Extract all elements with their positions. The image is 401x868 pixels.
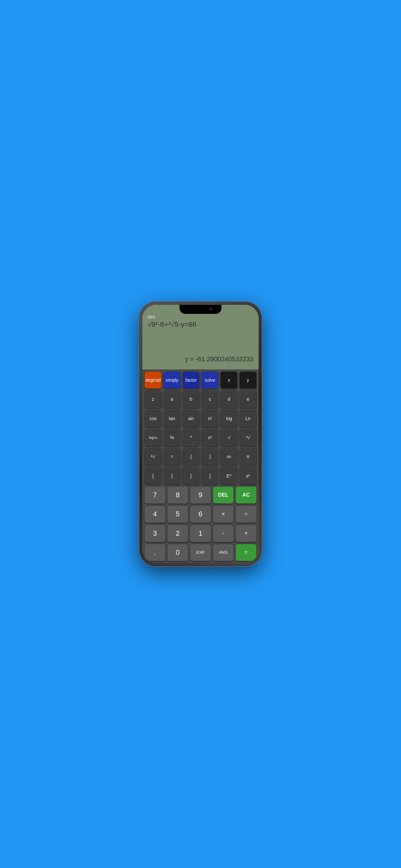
sqrt-button[interactable]: √ [220,429,238,446]
notch [180,305,221,314]
key-row-1: deg/rad simply factor solve x y [144,371,257,389]
factorial-button[interactable]: n! [201,410,219,427]
divide-button[interactable]: ÷ [235,505,257,523]
log-button[interactable]: log [220,410,238,427]
del-button[interactable]: DEL [213,486,234,504]
two-button[interactable]: 2 [167,524,189,542]
three-button[interactable]: 3 [144,524,166,542]
tan-button[interactable]: tan [163,410,181,427]
phone-device: DEG √9²-6+³√5-y=66 y = -61.2900240533233… [139,302,262,566]
minus-button[interactable]: - [213,524,234,542]
cos-button[interactable]: cos [144,410,162,427]
x-squared-button[interactable]: x² [201,429,219,446]
key-row-2: z a b c d e [144,391,257,408]
ans-button[interactable]: ANS [213,544,234,561]
dot-button[interactable]: . [144,544,166,561]
c-button[interactable]: c [201,391,219,408]
zero-button[interactable]: 0 [167,544,189,561]
key-row-6: { } [ ] E^ x³ [144,467,257,485]
equals-sym-button[interactable]: = [163,448,181,465]
key-row-4: lognx % ^ x² √ ³√ [144,429,257,446]
result-display: y = -61.2900240533233 [148,355,253,364]
camera [209,307,212,311]
key-row-3: cos tan sin n! log Ln [144,410,257,427]
exp-button[interactable]: EXP [190,544,211,561]
equals-button[interactable]: = [235,544,257,561]
phone-screen: DEG √9²-6+³√5-y=66 y = -61.2900240533233… [143,305,258,563]
deg-label: DEG [148,315,155,319]
expression-display: √9²-6+³√5-y=66 [148,317,253,329]
one-button[interactable]: 1 [190,524,211,542]
simply-button[interactable]: simply [163,371,181,389]
sin-button[interactable]: sin [182,410,200,427]
key-row-8: 4 5 6 × ÷ [144,505,257,523]
lognx-button[interactable]: lognx [144,429,162,446]
d-button[interactable]: d [220,391,238,408]
percent-button[interactable]: % [163,429,181,446]
eight-button[interactable]: 8 [167,486,189,504]
close-bracket-button[interactable]: ] [201,467,219,485]
dc-button[interactable]: d/c [220,448,238,465]
seven-button[interactable]: 7 [144,486,166,504]
deg-rad-button[interactable]: deg/rad [144,371,162,389]
display-area: DEG √9²-6+³√5-y=66 y = -61.2900240533233 [143,305,258,369]
calculator-screen: DEG √9²-6+³√5-y=66 y = -61.2900240533233… [143,305,258,563]
pi-button[interactable]: π [239,448,257,465]
key-row-10: . 0 EXP ANS = [144,544,257,561]
e-button[interactable]: e [239,391,257,408]
ln-button[interactable]: Ln [239,410,257,427]
fourth-root-button[interactable]: ⁴√ [144,448,162,465]
open-brace-button[interactable]: { [144,467,162,485]
x-var-button[interactable]: x [220,371,238,389]
plus-button[interactable]: + [235,524,257,542]
y-var-button[interactable]: y [239,371,257,389]
a-button[interactable]: a [163,391,181,408]
key-row-9: 3 2 1 - + [144,524,257,542]
factor-button[interactable]: factor [182,371,200,389]
ac-button[interactable]: AC [235,486,257,504]
open-bracket-button[interactable]: [ [182,467,200,485]
power-button[interactable]: ^ [182,429,200,446]
key-row-7: 7 8 9 DEL AC [144,486,257,504]
six-button[interactable]: 6 [190,505,211,523]
close-brace-button[interactable]: } [163,467,181,485]
keyboard: deg/rad simply factor solve x y z a b c … [143,369,258,563]
four-button[interactable]: 4 [144,505,166,523]
b-button[interactable]: b [182,391,200,408]
cube-root-button[interactable]: ³√ [239,429,257,446]
solve-button[interactable]: solve [201,371,219,389]
x-cubed-button[interactable]: x³ [239,467,257,485]
ehat-button[interactable]: E^ [220,467,238,485]
z-button[interactable]: z [144,391,162,408]
close-paren-button[interactable]: ) [201,448,219,465]
open-paren-button[interactable]: ( [182,448,200,465]
multiply-button[interactable]: × [213,505,234,523]
key-row-5: ⁴√ = ( ) d/c π [144,448,257,465]
nine-button[interactable]: 9 [190,486,211,504]
five-button[interactable]: 5 [167,505,189,523]
